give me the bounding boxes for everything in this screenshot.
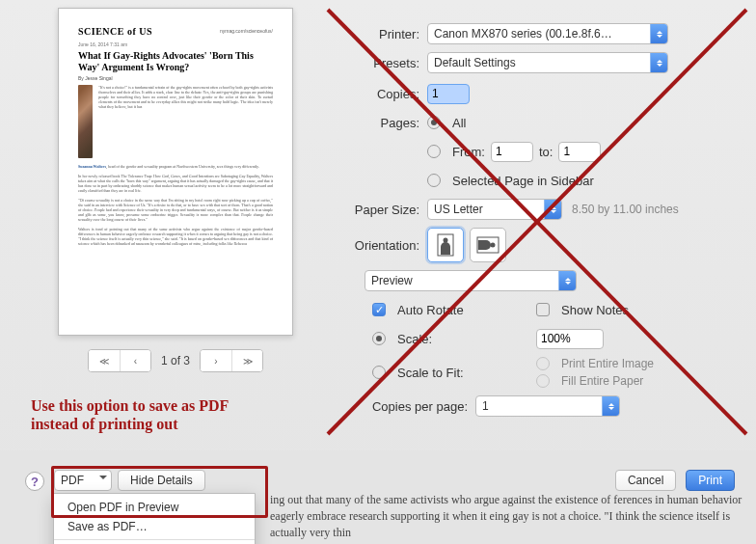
doc-date: June 16, 2014 7:31 am	[78, 42, 273, 47]
last-page-button[interactable]: ≫	[231, 350, 262, 371]
doc-title: What If Gay-Rights Advocates' 'Born This…	[78, 50, 273, 73]
orientation-label: Orientation:	[338, 238, 419, 253]
cancel-button[interactable]: Cancel	[615, 470, 676, 491]
fill-paper-radio	[536, 374, 550, 388]
doc-body: "It's not a choice!" is a fundamental re…	[98, 85, 273, 158]
to-input[interactable]	[558, 142, 601, 162]
preview-page: SCIENCE of US nymag.com/scienceofus/ Jun…	[58, 8, 293, 336]
pages-selected-radio[interactable]	[427, 174, 441, 187]
chevron-updown-icon	[650, 24, 667, 43]
chevron-updown-icon	[544, 200, 561, 219]
copiesper-select[interactable]: 1	[475, 395, 620, 417]
portrait-button[interactable]	[427, 228, 464, 262]
page-info: 1 of 3	[161, 354, 190, 367]
papersize-label: Paper Size:	[338, 203, 419, 217]
copies-label: Copies:	[338, 87, 419, 101]
annotation-text: Use this option to save as PDF instead o…	[31, 396, 253, 433]
printer-label: Printer:	[338, 27, 419, 41]
chevron-updown-icon	[558, 271, 576, 290]
papersize-select[interactable]: US Letter	[427, 199, 562, 220]
print-dialog: SCIENCE of US nymag.com/scienceofus/ Jun…	[0, 0, 756, 544]
doc-byline: By Jesse Singal	[78, 76, 273, 81]
doc-photo	[78, 85, 93, 158]
chevron-updown-icon	[650, 53, 667, 72]
print-button[interactable]: Print	[686, 470, 735, 491]
print-entire-radio	[536, 357, 550, 370]
from-input[interactable]	[491, 142, 533, 162]
svg-point-3	[491, 243, 496, 248]
svg-point-1	[444, 238, 448, 243]
presets-label: Presets:	[338, 56, 419, 70]
doc-logo: SCIENCE of US	[78, 26, 152, 37]
print-preview: SCIENCE of US nymag.com/scienceofus/ Jun…	[58, 8, 293, 389]
pager: ≪ ‹ 1 of 3 › ≫	[58, 349, 293, 372]
copiesper-label: Copies per page:	[338, 399, 468, 414]
section-select[interactable]: Preview	[364, 270, 577, 291]
scale-radio[interactable]	[372, 332, 386, 345]
scale-input[interactable]	[536, 329, 604, 349]
presets-select[interactable]: Default Settings	[427, 52, 668, 73]
pages-all-radio[interactable]	[427, 116, 441, 129]
print-controls: Printer: Canon MX870 series (00.1e.8f.6……	[338, 23, 752, 424]
autorotate-checkbox[interactable]	[372, 303, 386, 316]
first-page-button[interactable]: ≪	[89, 350, 120, 371]
copies-input[interactable]	[427, 84, 470, 104]
printer-select[interactable]: Canon MX870 series (00.1e.8f.6…	[427, 23, 668, 44]
doc-source: nymag.com/scienceofus/	[220, 29, 273, 34]
prev-page-button[interactable]: ‹	[120, 350, 150, 371]
landscape-button[interactable]	[470, 228, 506, 262]
help-button[interactable]: ?	[25, 472, 44, 491]
pages-from-radio[interactable]	[427, 145, 441, 158]
next-page-button[interactable]: ›	[201, 350, 231, 371]
pages-label: Pages:	[338, 116, 419, 130]
shownotes-checkbox[interactable]	[536, 303, 550, 316]
chevron-updown-icon	[602, 396, 619, 416]
background-document-text: ing out that many of the same activists …	[270, 492, 752, 541]
scaletofit-radio[interactable]	[372, 366, 386, 379]
annotation-box	[51, 466, 268, 518]
paper-dimensions: 8.50 by 11.00 inches	[572, 203, 679, 216]
pages-all-label: All	[452, 116, 466, 130]
pdf-save-as[interactable]: Save as PDF…	[54, 517, 255, 536]
